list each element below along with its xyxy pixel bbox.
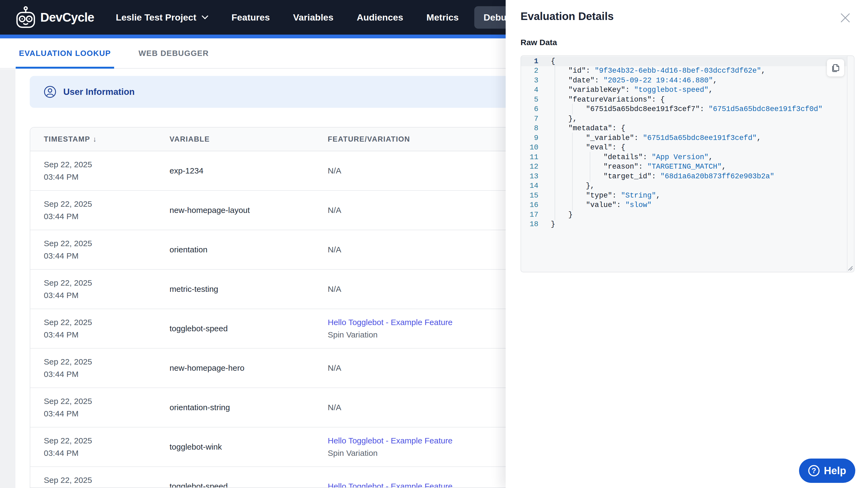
variable-name: togglebot-wink <box>169 442 328 452</box>
close-icon <box>840 13 850 23</box>
indent-guide <box>568 182 586 190</box>
code-plain: , <box>722 163 726 171</box>
variable-name: metric-testing <box>169 285 328 294</box>
variable-name: exp-1234 <box>169 166 328 175</box>
chevron-down-icon <box>202 15 208 20</box>
code-plain: "_variable": <box>586 134 643 142</box>
nav-item-variables[interactable]: Variables <box>293 12 333 23</box>
line-number: 10 <box>521 143 538 152</box>
code-text: "_variable": "6751d5a65bdc8ee191f3cefd", <box>538 134 761 142</box>
tab-web-debugger[interactable]: WEB DEBUGGER <box>135 38 212 68</box>
table-row[interactable]: Sep 22, 202503:44 PMtogglebot-speedHello… <box>30 309 506 349</box>
variable-cell: orientation <box>169 245 328 254</box>
code-plain: , <box>709 153 713 161</box>
banner-title: User Information <box>63 87 135 97</box>
feature-link[interactable]: Hello Togglebot - Example Feature <box>328 481 506 488</box>
code-string: "TARGETING_MATCH" <box>647 163 721 171</box>
table-row[interactable]: Sep 22, 202503:44 PMtogglebot-speedHello… <box>30 467 506 488</box>
code-line: 5 "featureVariations": { <box>521 95 847 104</box>
copy-button[interactable] <box>827 59 844 76</box>
indent-guide <box>551 96 568 104</box>
code-text: } <box>538 211 573 219</box>
timestamp-date: Sep 22, 2025 <box>44 356 169 367</box>
code-line: 8 "metadata": { <box>521 124 847 133</box>
timestamp-time: 03:44 PM <box>44 211 169 222</box>
feature-link[interactable]: Hello Togglebot - Example Feature <box>328 317 506 328</box>
timestamp-cell: Sep 22, 202503:44 PM <box>30 278 169 301</box>
timestamp-time: 03:44 PM <box>44 171 169 183</box>
column-header-variable: VARIABLE <box>169 135 328 143</box>
line-number: 6 <box>521 105 538 113</box>
code-line: 1{ <box>521 57 847 66</box>
line-number: 14 <box>521 182 538 190</box>
indent-guide <box>551 124 568 132</box>
sort-desc-icon: ↓ <box>93 135 97 143</box>
project-selector[interactable]: Leslie Test Project <box>116 12 208 23</box>
nav-item-metrics[interactable]: Metrics <box>427 12 459 23</box>
indent-guide <box>551 153 568 161</box>
code-line: 14 }, <box>521 181 847 191</box>
indent-guide <box>586 172 603 181</box>
table-row[interactable]: Sep 22, 202503:44 PMorientationN/A <box>30 230 506 270</box>
feature-link[interactable]: Hello Togglebot - Example Feature <box>328 435 506 446</box>
panel-title: Evaluation Details <box>521 10 614 23</box>
table-row[interactable]: Sep 22, 202503:44 PMexp-1234N/A <box>30 151 506 191</box>
indent-guide <box>568 105 586 113</box>
tab-evaluation-lookup[interactable]: EVALUATION LOOKUP <box>16 38 114 68</box>
na-value: N/A <box>328 363 506 372</box>
timestamp-date: Sep 22, 2025 <box>44 238 169 249</box>
code-string: "6751d5a65bdc8ee191f3cf0d" <box>709 105 822 113</box>
column-header-timestamp[interactable]: TIMESTAMP ↓ <box>44 135 97 143</box>
devcycle-robot-icon <box>16 6 36 29</box>
code-line: 9 "_variable": "6751d5a65bdc8ee191f3cefd… <box>521 133 847 143</box>
devcycle-logo[interactable]: DevCycle <box>16 6 94 29</box>
code-line: 6 "6751d5a65bdc8ee191f3cef7": "6751d5a65… <box>521 104 847 114</box>
code-line: 18} <box>521 220 847 229</box>
code-line: 2 "id": "9f3e4b32-6ebb-4d16-8bef-03dccf3… <box>521 66 847 76</box>
code-plain: "target_id": <box>603 172 660 181</box>
timestamp-date: Sep 22, 2025 <box>44 435 169 446</box>
nav-item-features[interactable]: Features <box>231 12 270 23</box>
code-plain: "6751d5a65bdc8ee191f3cef7": <box>586 105 709 113</box>
feature-variation-cell: N/A <box>328 245 506 254</box>
code-string: "slow" <box>625 201 651 209</box>
code-line: 7 }, <box>521 114 847 124</box>
variation-name: Spin Variation <box>328 329 506 340</box>
feature-variation-cell: N/A <box>328 285 506 294</box>
na-value: N/A <box>328 245 506 254</box>
user-information-banner[interactable]: User Information <box>30 76 506 108</box>
resize-handle[interactable] <box>846 264 853 271</box>
variable-cell: metric-testing <box>169 285 328 294</box>
code-line: 3 "date": "2025-09-22 19:44:46.880", <box>521 76 847 86</box>
timestamp-date: Sep 22, 2025 <box>44 317 169 328</box>
code-text: "variableKey": "togglebot-speed", <box>538 86 713 94</box>
table-row[interactable]: Sep 22, 202503:44 PMmetric-testingN/A <box>30 270 506 309</box>
indent-guide <box>551 192 568 200</box>
feature-variation-cell: N/A <box>328 166 506 175</box>
table-row[interactable]: Sep 22, 202503:44 PMnew-homepage-heroN/A <box>30 349 506 388</box>
timestamp-date: Sep 22, 2025 <box>44 199 169 209</box>
code-text: "type": "String", <box>538 192 660 200</box>
table-row[interactable]: Sep 22, 202503:44 PMorientation-stringN/… <box>30 388 506 427</box>
code-text: "id": "9f3e4b32-6ebb-4d16-8bef-03dccf3df… <box>538 67 766 75</box>
na-value: N/A <box>328 206 506 215</box>
nav-item-audiences[interactable]: Audiences <box>356 12 403 23</box>
timestamp-cell: Sep 22, 202503:44 PM <box>30 199 169 222</box>
code-plain: "metadata": { <box>568 124 625 132</box>
close-button[interactable] <box>839 11 852 24</box>
nav-items: FeaturesVariablesAudiencesMetrics <box>231 12 459 23</box>
line-number: 16 <box>521 201 538 209</box>
indent-guide <box>568 163 586 171</box>
feature-variation-cell: N/A <box>328 363 506 372</box>
help-button[interactable]: ? Help <box>799 459 855 483</box>
timestamp-time: 03:44 PM <box>44 369 169 380</box>
indent-guide <box>568 192 586 200</box>
variable-cell: new-homepage-layout <box>169 206 328 215</box>
evaluation-details-panel: Evaluation Details Raw Data 1{2 "id": "9… <box>506 0 868 488</box>
table-row[interactable]: Sep 22, 202503:44 PMnew-homepage-layoutN… <box>30 191 506 230</box>
line-number: 5 <box>521 96 538 104</box>
code-plain: , <box>761 67 766 75</box>
indent-guide <box>568 172 586 181</box>
timestamp-cell: Sep 22, 202503:44 PM <box>30 475 169 488</box>
table-row[interactable]: Sep 22, 202503:44 PMtogglebot-winkHello … <box>30 427 506 467</box>
